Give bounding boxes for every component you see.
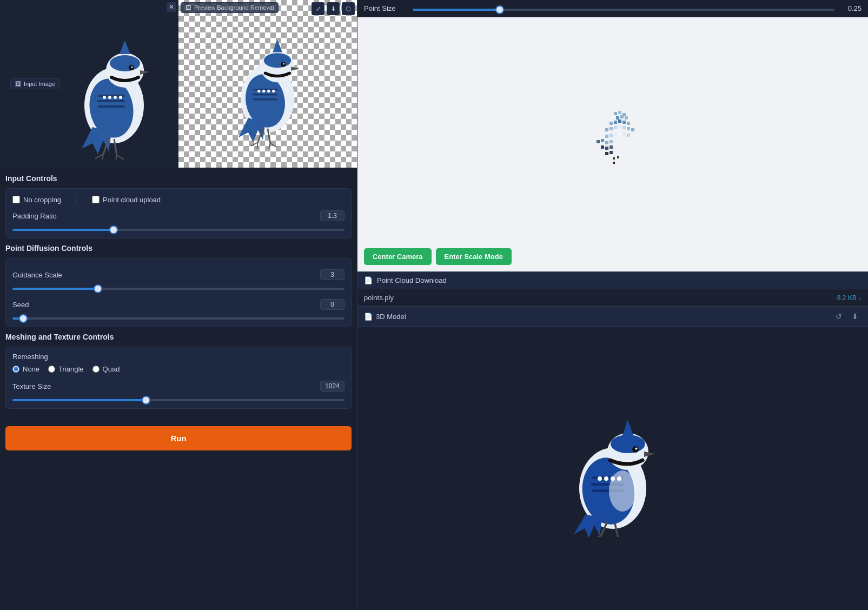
svg-rect-66	[601, 145, 604, 149]
svg-rect-56	[605, 135, 608, 138]
no-cropping-checkbox[interactable]	[12, 196, 20, 203]
svg-rect-50	[609, 127, 613, 130]
remeshing-label: Remeshing	[12, 353, 344, 361]
svg-rect-68	[609, 145, 613, 149]
svg-line-18	[115, 155, 117, 160]
preview-label: 🖼 Preview Background Removal	[181, 2, 279, 13]
divider	[76, 194, 77, 205]
svg-rect-46	[618, 120, 621, 123]
svg-rect-44	[609, 122, 613, 125]
padding-ratio-value: 1.3	[320, 210, 344, 221]
guidance-scale-row: Guidance Scale 3	[12, 269, 344, 280]
svg-rect-64	[605, 141, 608, 144]
texture-size-slider[interactable]	[12, 399, 344, 401]
svg-line-37	[269, 143, 270, 149]
padding-ratio-slider-container	[12, 224, 344, 233]
guidance-scale-slider-container	[12, 283, 344, 291]
svg-rect-41	[616, 116, 619, 120]
point-size-label: Point Size	[364, 4, 407, 12]
svg-point-10	[110, 55, 140, 71]
guidance-scale-slider[interactable]	[12, 288, 344, 290]
svg-rect-48	[627, 122, 630, 125]
input-bird-image	[60, 19, 168, 160]
model-refresh-button[interactable]: ↺	[832, 310, 845, 323]
point-size-value: 0.25	[840, 4, 862, 12]
svg-point-5	[103, 96, 106, 99]
remesh-triangle-option[interactable]: Triangle	[48, 365, 83, 373]
svg-rect-53	[622, 126, 626, 129]
point-cloud-upload-checkbox[interactable]	[92, 196, 100, 203]
svg-point-6	[108, 96, 111, 99]
model-title: 📄 3D Model	[364, 313, 406, 321]
svg-line-15	[95, 154, 103, 158]
svg-rect-38	[614, 112, 617, 115]
svg-rect-63	[601, 139, 604, 142]
texture-size-slider-container	[12, 395, 344, 403]
remesh-triangle-radio[interactable]	[48, 366, 55, 373]
center-camera-button[interactable]: Center Camera	[364, 248, 432, 265]
left-panel: 🖼 Input Image ✕	[0, 0, 357, 610]
preview-download-button[interactable]: ⬇	[327, 2, 340, 15]
remesh-quad-radio[interactable]	[92, 366, 100, 373]
meshing-card: Remeshing None Triangle Quad Texture Siz…	[5, 347, 352, 409]
svg-rect-57	[609, 134, 613, 137]
svg-point-31	[283, 63, 284, 65]
point-cloud-viewer[interactable]: Center Camera Enter Scale Mode	[357, 17, 868, 271]
model-actions: ↺ ⬇	[832, 310, 862, 323]
remesh-quad-option[interactable]: Quad	[92, 365, 120, 373]
remeshing-options: None Triangle Quad	[12, 365, 344, 373]
svg-point-29	[264, 53, 291, 68]
preview-bird-image	[219, 19, 316, 149]
point-cloud-download-header: 📄 Point Cloud Download	[357, 271, 868, 289]
preview-expand-button[interactable]: ⤢	[312, 2, 324, 15]
svg-rect-54	[627, 127, 630, 130]
run-button[interactable]: Run	[5, 426, 352, 450]
point-size-slider-wrap	[413, 4, 834, 12]
svg-point-7	[114, 96, 117, 99]
guidance-scale-value: 3	[320, 269, 344, 280]
model-file-icon: 📄	[364, 313, 373, 321]
svg-rect-49	[605, 128, 608, 131]
seed-label: Seed	[12, 301, 67, 309]
file-size[interactable]: 8.2 KB ↓	[837, 294, 862, 302]
right-panel: Point Size 0.25	[357, 0, 868, 610]
point-diffusion-title: Point Diffusion Controls	[5, 244, 352, 253]
preview-container: 🖼 Preview Background Removal ⤢ ⬇ ⬡	[178, 0, 357, 168]
no-cropping-label[interactable]: No cropping	[12, 196, 61, 204]
svg-point-12	[131, 67, 133, 68]
svg-rect-71	[613, 157, 615, 160]
svg-point-84	[611, 435, 645, 453]
file-row: points.ply 8.2 KB ↓	[357, 289, 868, 307]
model-download-button[interactable]: ⬇	[849, 310, 862, 323]
preview-icons: ⤢ ⬇ ⬡	[312, 2, 355, 15]
svg-point-87	[609, 470, 636, 512]
input-controls-title: Input Controls	[5, 174, 352, 183]
remesh-none-radio[interactable]	[12, 366, 19, 373]
svg-rect-73	[613, 162, 615, 164]
enter-scale-mode-button[interactable]: Enter Scale Mode	[436, 248, 512, 265]
svg-rect-61	[627, 134, 630, 137]
padding-ratio-slider[interactable]	[12, 229, 344, 231]
remesh-none-option[interactable]: None	[12, 365, 39, 373]
point-size-slider[interactable]	[413, 9, 834, 11]
preview-share-button[interactable]: ⬡	[342, 2, 355, 15]
svg-rect-51	[614, 126, 617, 129]
svg-rect-58	[614, 132, 617, 136]
texture-size-row: Texture Size 1024	[12, 381, 344, 392]
svg-point-8	[119, 96, 122, 99]
svg-rect-22	[252, 94, 277, 96]
svg-rect-67	[605, 147, 608, 150]
svg-point-79	[598, 476, 602, 481]
seed-slider[interactable]	[12, 317, 344, 320]
close-button[interactable]: ✕	[167, 2, 176, 12]
svg-rect-62	[597, 140, 600, 143]
3d-model-visualization	[548, 396, 678, 537]
image-icon: 🖼	[15, 81, 21, 87]
svg-point-25	[262, 90, 265, 92]
svg-rect-69	[605, 152, 608, 155]
input-controls-section: Input Controls No cropping Point cloud u…	[0, 168, 357, 421]
meshing-title: Meshing and Texture Controls	[5, 333, 352, 341]
preview-image-icon: 🖼	[185, 4, 191, 11]
point-cloud-upload-label[interactable]: Point cloud upload	[92, 196, 161, 204]
svg-rect-55	[631, 128, 634, 131]
